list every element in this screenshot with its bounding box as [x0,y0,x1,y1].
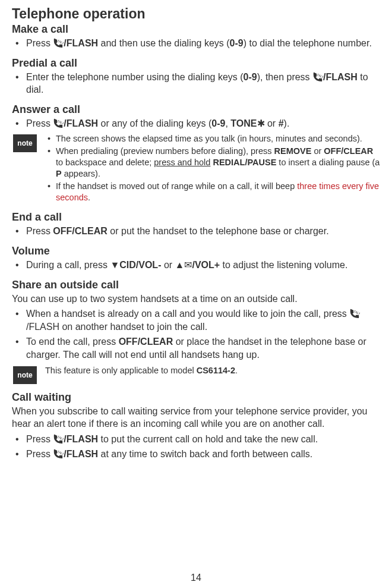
text: to insert a dialing pause (a [276,158,380,167]
text: During a call, press [26,260,110,270]
note-item: If the handset is moved out of range whi… [45,181,380,203]
list-item: Press /FLASH to put the current call on … [12,433,380,446]
redial-label: REDIAL [213,158,245,167]
text: on another handset to join the call. [59,322,207,332]
text: To end the call, press [26,337,119,347]
pause-label: /PAUSE [245,158,276,167]
text: to adjust the listening volume. [220,260,347,270]
list-item: Press /FLASH or any of the dialing keys … [12,117,380,130]
talk-icon [349,308,360,319]
vol-minus-label: VOL- [138,260,161,270]
text: This feature is only applicable to model [45,366,197,375]
list-volume: During a call, press ▼CID/VOL- or ▲✉/VOL… [12,259,380,272]
key-range: 0-9 [211,118,225,128]
heading-volume: Volume [12,245,380,257]
star-key: ✱ [257,118,265,128]
talk-icon [53,448,64,459]
key-range: 0-9 [230,38,244,48]
talk-icon [53,433,64,444]
talk-icon [53,118,64,128]
tone-label: TONE [230,118,257,128]
heading-call-waiting: Call waiting [12,391,380,404]
list-item: When a handset is already on a call and … [12,307,380,333]
clear-label: CLEAR [140,337,173,347]
remove-label: REMOVE [274,146,312,156]
hash-key: # [279,118,284,128]
flash-label: /FLASH [64,434,98,444]
heading-share: Share an outside call [12,279,380,291]
text: Press [26,449,53,459]
text: ). [284,118,290,128]
share-intro: You can use up to two system handsets at… [12,293,380,306]
off-label: OFF/ [119,337,140,347]
text: /FLASH [64,38,98,48]
text: Press [26,118,53,128]
list-item: Enter the telephone number using the dia… [12,71,380,96]
flash-label: /FLASH [64,118,98,128]
flash-label: /FLASH [26,322,59,332]
clear-label: /CLEAR [341,146,373,156]
text: ), then press [257,72,312,82]
list-make-call: Press /FLASH and then use the dialing ke… [12,37,380,50]
note-badge: note [13,366,37,384]
talk-icon [312,71,323,82]
note-item: When predialing (preview numbers before … [45,146,380,180]
list-item: To end the call, press OFF/CLEAR or plac… [12,335,380,361]
heading-end: End a call [12,211,380,224]
text: to put the current call on hold and take… [98,434,318,444]
text: When predialing (preview numbers before … [56,146,274,156]
off-label: OFF/ [53,226,74,236]
text: at any time to switch back and forth bet… [98,449,312,459]
text: or [161,260,175,270]
list-item: Press OFF/CLEAR or put the handset to th… [12,225,380,238]
text: . [88,193,90,202]
heading-answer: Answer a call [12,103,380,116]
press-hold: press and hold [154,158,210,167]
list-answer: Press /FLASH or any of the dialing keys … [12,117,380,130]
model-number: CS6114-2 [197,366,235,375]
list-item: Press /FLASH at any time to switch back … [12,448,380,461]
text: If the handset is moved out of range whi… [56,181,297,191]
text: Press [26,226,53,236]
text: or any of the dialing keys ( [98,118,211,128]
talk-icon [53,37,64,48]
note-item: The screen shows the elapsed time as you… [45,133,380,144]
text: to backspace and delete; [56,158,154,167]
flash-label: /FLASH [64,449,98,459]
text: Press [26,434,53,444]
text: Enter the telephone number using the dia… [26,72,244,82]
page-number: 14 [0,573,392,583]
off-label: OFF [324,146,341,156]
up-arrow-icon: ▲ [175,260,185,270]
key-range: 0-9 [244,72,257,82]
note-box-answer: note The screen shows the elapsed time a… [12,133,380,204]
heading-predial: Predial a call [12,57,380,70]
text: or [265,118,279,128]
list-share: When a handset is already on a call and … [12,307,380,361]
text: When a handset is already on a call and … [26,309,349,319]
text: appears). [62,169,100,178]
text: Press [26,38,53,48]
note-badge: note [13,134,37,152]
cid-label: CID/ [119,260,138,270]
flash-label: /FLASH [323,72,358,82]
note-box-share: note This feature is only applicable to … [12,365,380,384]
call-waiting-intro: When you subscribe to call waiting servi… [12,405,380,430]
list-call-waiting: Press /FLASH to put the current call on … [12,433,380,461]
text: or put the handset to the telephone base… [108,226,329,236]
note-text: This feature is only applicable to model… [45,365,380,384]
clear-label: CLEAR [75,226,108,236]
envelope-icon: ✉ [184,260,192,270]
list-end: Press OFF/CLEAR or put the handset to th… [12,225,380,238]
down-arrow-icon: ▼ [110,260,119,270]
text: . [235,366,238,375]
heading-make-call: Make a call [12,23,380,36]
page-title: Telephone operation [12,6,380,22]
vol-plus-label: VOL+ [195,260,220,270]
text: ) to dial the telephone number. [244,38,372,48]
text: or [311,146,324,156]
note-list: The screen shows the elapsed time as you… [45,133,380,204]
p-label: P [56,169,62,178]
list-item: During a call, press ▼CID/VOL- or ▲✉/VOL… [12,259,380,272]
list-item: Press /FLASH and then use the dialing ke… [12,37,380,50]
